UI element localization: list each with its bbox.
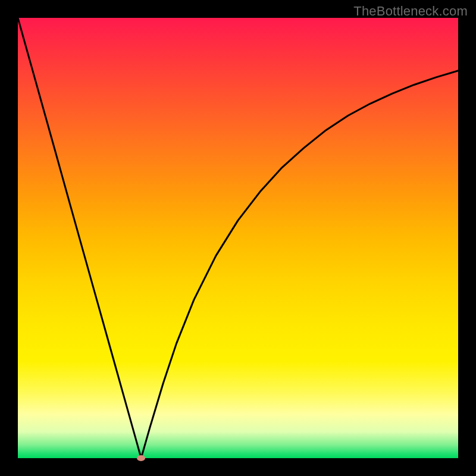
plot-area <box>18 18 458 458</box>
chart-frame: TheBottleneck.com <box>0 0 476 476</box>
watermark-text: TheBottleneck.com <box>353 4 468 19</box>
curve-svg <box>18 18 458 458</box>
minimum-marker <box>137 455 145 461</box>
bottleneck-curve <box>18 18 458 458</box>
